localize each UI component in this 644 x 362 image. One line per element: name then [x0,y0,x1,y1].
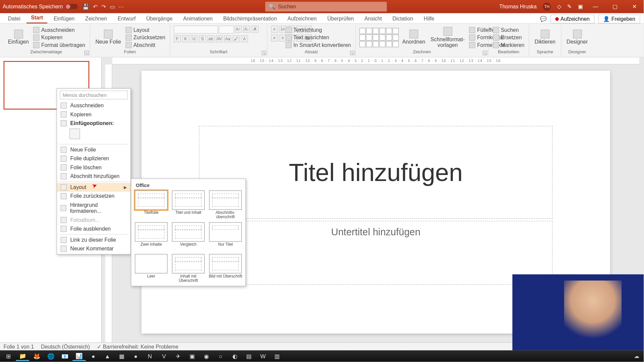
app-icon[interactable]: ◐ [228,351,241,361]
find-button[interactable]: Suchen [492,26,525,34]
coming-soon-icon[interactable]: ◇ [557,4,561,10]
ctx-add-section[interactable]: Abschnitt hinzufügen [57,172,130,181]
explorer-icon[interactable]: 📁 [16,351,29,361]
reset-button[interactable]: Zurücksetzen [124,34,166,41]
vlc-icon[interactable]: ▲ [101,351,114,361]
spacing-icon[interactable]: AV [216,35,223,42]
save-icon[interactable]: 💾 [82,3,89,10]
ctx-new-comment[interactable]: Neuer Kommentar [57,244,130,253]
dialog-launcher-icon[interactable]: ↘ [483,51,487,55]
app-icon[interactable]: ● [129,351,143,361]
new-slide-button[interactable]: Neue Folie [94,29,123,46]
shapes-gallery[interactable] [359,28,398,47]
tab-animationen[interactable]: Animationen [179,14,217,23]
tab-ueberpruefen[interactable]: Überprüfen [323,14,359,23]
format-painter-button[interactable]: Format übertragen [33,42,86,49]
language-status[interactable]: Deutsch (Österreich) [41,344,90,350]
replace-button[interactable]: Ersetzen [492,34,525,41]
accessibility-status[interactable]: ✓ Barrierefreiheit: Keine Probleme [97,344,178,350]
font-size-input[interactable] [219,25,234,34]
layout-zwei-inhalte[interactable]: Zwei Inhalte [134,222,168,251]
underline-icon[interactable]: U [191,35,198,42]
font-name-input[interactable] [174,25,218,34]
collapse-ribbon-icon[interactable]: 💬 [540,16,547,22]
tab-uebergaenge[interactable]: Übergänge [142,14,177,23]
ctx-duplicate-slide[interactable]: Folie duplizieren [57,154,130,163]
cut-button[interactable]: Ausschneiden [33,26,86,34]
layout-bild-ueberschrift[interactable]: Bild mit Überschrift [208,254,243,283]
case-icon[interactable]: Aa [224,35,231,42]
share-button[interactable]: 👤Freigeben [598,14,640,23]
firefox-icon[interactable]: 🦊 [30,351,44,361]
layout-abschnitt[interactable]: Abschnitts-überschrift [208,190,243,220]
ctx-hide-slide[interactable]: Folie ausblenden [57,225,130,233]
font-color-icon[interactable]: A [241,35,248,42]
system-tray[interactable]: ☁ [634,353,642,359]
app-icon[interactable]: ▣ [186,351,199,361]
paste-option-button[interactable] [69,129,80,139]
layout-leer[interactable]: Leer [134,254,168,283]
copy-button[interactable]: Kopieren [33,34,86,41]
shadow-icon[interactable]: ab [207,35,214,42]
tab-einfuegen[interactable]: Einfügen [49,14,79,23]
powerpoint-icon[interactable]: 📊 [72,351,86,361]
autosave-toggle[interactable]: Automatisches Speichern [3,4,78,10]
tab-datei[interactable]: Datei [4,14,25,23]
ctx-copy[interactable]: Kopieren [57,110,130,119]
slideshow-icon[interactable]: ▭ [110,3,115,10]
layout-titelfolie[interactable]: Titelfolie [134,190,168,220]
window-icon[interactable]: ▣ [578,4,583,10]
record-button[interactable]: Aufzeichnen [550,14,595,23]
subtitle-placeholder[interactable]: Untertitel hinzufügen [199,221,552,285]
layout-titel-und-inhalt[interactable]: Titel und Inhalt [171,190,206,220]
search-box[interactable]: 🔍 Suchen [265,2,387,11]
user-avatar[interactable]: TH [543,3,551,11]
select-button[interactable]: Markieren [492,42,525,49]
tab-dictation[interactable]: Dictation [388,14,418,23]
dialog-launcher-icon[interactable]: ↘ [84,51,89,55]
shrink-font-icon[interactable]: A↓ [243,25,250,33]
app-icon[interactable]: V [157,351,171,361]
clear-format-icon[interactable]: A̸ [252,25,259,33]
app-icon[interactable]: ● [87,351,100,361]
align-text-button[interactable]: Text ausrichten [284,34,352,41]
tab-aufzeichnen[interactable]: Aufzeichnen [283,14,321,23]
arrange-button[interactable]: Anordnen [400,29,427,46]
chrome-icon[interactable]: 🌐 [44,351,58,361]
onenote-icon[interactable]: N [143,351,157,361]
title-placeholder[interactable]: Titel hinzufügen [199,126,552,219]
paste-button[interactable]: Einfügen [6,29,31,46]
section-button[interactable]: Abschnitt [124,42,166,49]
dictate-button[interactable]: Diktieren [533,29,557,46]
layout-nur-titel[interactable]: Nur Titel [208,222,243,251]
word-icon[interactable]: W [256,351,270,361]
close-button[interactable]: ✕ [628,4,641,10]
cloud-icon[interactable]: ☁ [634,353,639,359]
layout-vergleich[interactable]: Vergleich [171,222,206,251]
redo-icon[interactable]: ↷ [101,3,106,10]
grow-font-icon[interactable]: A↑ [235,25,242,33]
app-icon[interactable]: ○ [214,351,227,361]
more-icon[interactable]: ⋯ [118,3,124,10]
app-icon[interactable]: ▤ [242,351,256,361]
ctx-format-background[interactable]: Hintergrund formatieren... [57,200,130,216]
highlight-icon[interactable]: 🖍 [232,35,239,42]
tab-hilfe[interactable]: Hilfe [419,14,439,23]
dialog-launcher-icon[interactable]: ↘ [262,51,266,55]
designer-button[interactable]: Designer [565,29,590,46]
ctx-cut[interactable]: Ausschneiden [57,101,130,110]
obs-icon[interactable]: ◉ [200,351,213,361]
ctx-link-to-slide[interactable]: Link zu dieser Folie [57,235,130,244]
maximize-button[interactable]: ▢ [608,4,622,10]
dialog-launcher-icon[interactable]: ↘ [350,51,355,55]
start-button[interactable]: ⊞ [2,351,15,361]
outlook-icon[interactable]: 📧 [58,351,72,361]
text-direction-button[interactable]: Textrichtung [284,26,352,34]
ctx-delete-slide[interactable]: Folie löschen [57,163,130,172]
ctx-reset-slide[interactable]: Folie zurücksetzen [57,192,130,200]
quick-styles-button[interactable]: Schnellformat-vorlagen [429,26,467,49]
smartart-button[interactable]: In SmartArt konvertieren [284,42,352,49]
slide-counter[interactable]: Folie 1 von 1 [4,344,34,350]
undo-icon[interactable]: ↶ [93,3,98,10]
align-left-icon[interactable]: ≡ [271,35,278,42]
